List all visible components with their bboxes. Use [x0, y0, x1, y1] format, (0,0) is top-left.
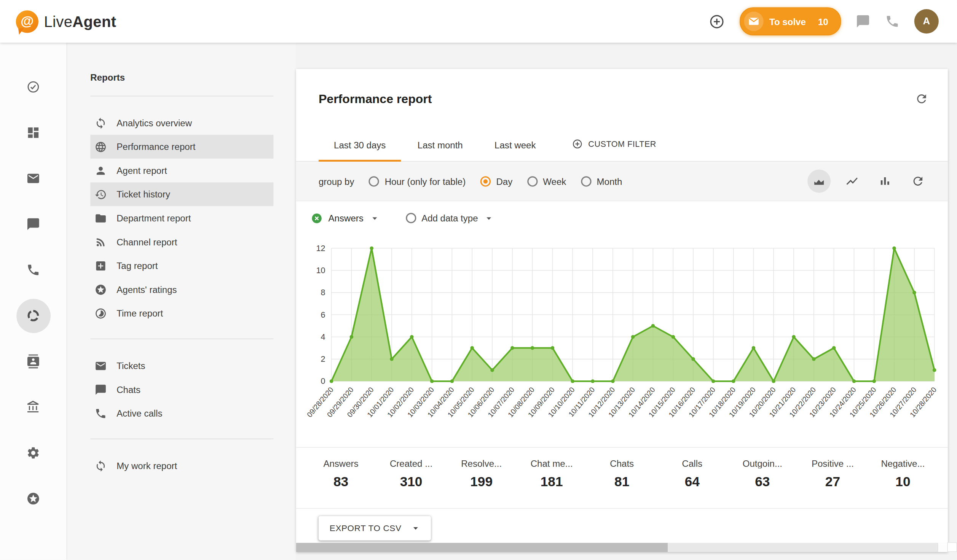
tab-last-month[interactable]: Last month: [402, 140, 478, 161]
user-avatar[interactable]: A: [914, 9, 939, 33]
area-chart-icon[interactable]: [807, 170, 831, 193]
rail-item-star-circle[interactable]: [0, 476, 67, 522]
rail-item-phone[interactable]: [0, 247, 67, 293]
group-by-label: group by: [319, 176, 354, 186]
rail-item-check-circle[interactable]: [0, 64, 67, 110]
sidebar-item-my-work-report[interactable]: My work report: [90, 454, 273, 478]
refresh-icon[interactable]: [915, 92, 928, 105]
header-actions: To solve 10 A: [708, 7, 939, 35]
loop-icon: [94, 117, 107, 129]
sidebar-item-label: Department report: [116, 213, 191, 223]
sidebar-item-analytics-overview[interactable]: Analytics overview: [90, 111, 273, 135]
export-to-csv-button[interactable]: EXPORT TO CSV: [319, 516, 431, 540]
sidebar-item-label: My work report: [116, 460, 177, 471]
stat-label: Positive ...: [798, 458, 868, 468]
sidebar-item-active-calls[interactable]: Active calls: [90, 401, 273, 425]
answers-series-chip[interactable]: Answers: [311, 212, 380, 224]
data-type-bar: Answers Add data type: [296, 201, 948, 235]
app-root: @ LiveAgent To solve 10 A Reports Analyt…: [0, 0, 957, 560]
line-chart-icon[interactable]: [841, 170, 864, 193]
phone-icon: [94, 407, 107, 419]
stat-value: 63: [727, 474, 798, 490]
add-data-type-label: Add data type: [421, 213, 478, 223]
sidebar-item-label: Analytics overview: [116, 118, 192, 128]
remove-series-icon[interactable]: [311, 212, 323, 224]
to-solve-count: 10: [818, 16, 828, 26]
sidebar-item-label: Time report: [116, 308, 163, 318]
person-icon: [94, 164, 107, 177]
sidebar-item-channel-report[interactable]: Channel report: [90, 230, 273, 254]
envelope-icon: [744, 11, 763, 31]
sidebar-item-performance-report[interactable]: Performance report: [90, 135, 273, 159]
phone-icon: [16, 253, 50, 287]
add-data-type-option[interactable]: Add data type: [405, 213, 494, 224]
stat-calls: Calls64: [657, 458, 727, 490]
rail-item-gear[interactable]: [0, 430, 67, 476]
stat-created: Created ...310: [376, 458, 447, 490]
chevron-down-icon[interactable]: [483, 213, 494, 224]
stat-answers: Answers83: [306, 458, 376, 490]
horizontal-scrollbar[interactable]: [296, 543, 948, 552]
sidebar-item-tickets[interactable]: Tickets: [90, 354, 273, 378]
rail-item-dashboard[interactable]: [0, 110, 67, 156]
svg-text:0: 0: [321, 376, 325, 386]
rail-item-contacts[interactable]: [0, 339, 67, 384]
radio-label: Month: [597, 176, 622, 186]
group-by-hour-only-for-table[interactable]: Hour (only for table): [369, 176, 466, 186]
scrollbar-thumb[interactable]: [296, 543, 668, 552]
to-solve-button[interactable]: To solve 10: [739, 7, 841, 35]
group-by-day[interactable]: Day: [480, 176, 512, 186]
sidebar-item-ticket-history[interactable]: Ticket history: [90, 182, 273, 206]
answers-area-chart[interactable]: 02468101209/28/202009/29/202009/30/20201…: [296, 235, 948, 441]
rail-item-donut[interactable]: [0, 293, 67, 339]
sidebar-item-chats[interactable]: Chats: [90, 377, 273, 401]
custom-filter-button[interactable]: CUSTOM FILTER: [572, 138, 656, 161]
series-chip-label: Answers: [329, 213, 364, 223]
liveagent-logo[interactable]: @ LiveAgent: [16, 10, 116, 32]
stat-label: Outgoin...: [727, 458, 798, 468]
tab-last-week[interactable]: Last week: [479, 140, 551, 161]
radio-label: Week: [543, 176, 566, 186]
chat-icon[interactable]: [856, 14, 870, 29]
scrollbar-corner: [938, 543, 948, 552]
group-by-week[interactable]: Week: [527, 176, 566, 186]
stat-chats: Chats81: [587, 458, 657, 490]
tab-last-30-days[interactable]: Last 30 days: [319, 140, 401, 161]
radio-icon: [527, 176, 538, 186]
refresh-icon[interactable]: [906, 170, 930, 193]
rail-item-chat[interactable]: [0, 201, 67, 247]
create-new-icon[interactable]: [708, 13, 725, 29]
group-by-month[interactable]: Month: [581, 176, 622, 186]
stat-value: 83: [306, 474, 376, 490]
svg-text:12: 12: [316, 243, 325, 253]
export-label: EXPORT TO CSV: [330, 523, 402, 533]
stat-label: Calls: [657, 458, 727, 468]
sidebar-item-agents-ratings[interactable]: Agents' ratings: [90, 278, 273, 302]
sidebar-item-department-report[interactable]: Department report: [90, 206, 273, 230]
rail-item-bank[interactable]: [0, 384, 67, 430]
stat-label: Chat me...: [517, 458, 587, 468]
stat-value: 81: [587, 474, 657, 490]
radio-label: Hour (only for table): [385, 176, 466, 186]
chevron-down-icon[interactable]: [369, 213, 380, 224]
stat-label: Created ...: [376, 458, 447, 468]
bar-chart-icon[interactable]: [873, 170, 896, 193]
phone-icon[interactable]: [885, 14, 900, 29]
page-title: Performance report: [319, 92, 432, 106]
radio-icon: [369, 176, 379, 186]
sidebar-item-agent-report[interactable]: Agent report: [90, 159, 273, 183]
rail-item-mail[interactable]: [0, 156, 67, 201]
liveagent-logo-icon: @: [16, 10, 38, 32]
add-box-icon: [94, 259, 107, 272]
sidebar-item-label: Chats: [116, 384, 140, 395]
svg-text:8: 8: [321, 288, 325, 297]
radio-icon: [480, 176, 491, 186]
stat-chat-me: Chat me...181: [517, 458, 587, 490]
chat-icon: [16, 207, 50, 241]
svg-text:2: 2: [321, 354, 325, 364]
sidebar-item-tag-report[interactable]: Tag report: [90, 254, 273, 278]
folder-icon: [94, 212, 107, 224]
sidebar-item-time-report[interactable]: Time report: [90, 301, 273, 325]
sidebar-item-label: Performance report: [116, 142, 195, 152]
sidebar-item-label: Tag report: [116, 261, 158, 271]
